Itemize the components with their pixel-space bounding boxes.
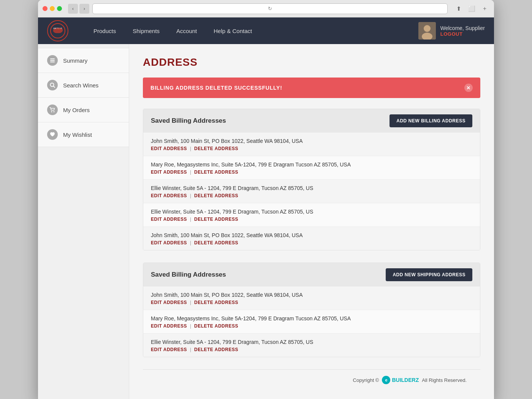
user-area: Welcome, Supplier LOGOUT <box>418 22 485 40</box>
billing-address-text-3: Ellie Winster, Suite 5A - 1204, 799 E Dr… <box>151 209 472 215</box>
edit-billing-address-1[interactable]: EDIT ADDRESS <box>151 169 187 175</box>
billing-address-text-1: Mary Roe, Megasystems Inc, Suite 5A-1204… <box>151 162 472 168</box>
navbar: VINTIBUS Products Shipments Account Help… <box>38 17 494 44</box>
browser-nav-buttons: ‹ › <box>68 4 89 14</box>
alert-banner: BILLING ADDRESS DELETED SUCCESSFULLY! ✕ <box>143 78 480 98</box>
builderz-label: BUILDERZ <box>392 377 419 383</box>
separator-s1: | <box>190 323 191 329</box>
svg-point-11 <box>54 111 55 112</box>
sidebar-item-wishlist[interactable]: My Wishlist <box>38 122 129 147</box>
builderz-brand: e BUILDERZ <box>382 376 419 384</box>
svg-rect-5 <box>50 59 55 59</box>
shipping-section-header: Saved Billing Addresses ADD NEW SHIPPING… <box>143 263 480 287</box>
billing-address-row: Ellie Winster, Suite 5A - 1204, 799 E Dr… <box>143 180 480 203</box>
sidebar: Summary Search Wines My Orders <box>38 44 129 399</box>
svg-line-9 <box>54 86 55 88</box>
site-logo: VINTIBUS <box>47 20 68 41</box>
maximize-button[interactable] <box>57 6 62 11</box>
svg-point-10 <box>51 111 52 112</box>
avatar <box>418 22 436 40</box>
back-button[interactable]: ‹ <box>68 4 78 14</box>
edit-billing-address-0[interactable]: EDIT ADDRESS <box>151 146 187 151</box>
delete-billing-address-4[interactable]: DELETE ADDRESS <box>194 240 238 245</box>
sidebar-label-search: Search Wines <box>63 82 98 89</box>
svg-rect-6 <box>50 60 55 61</box>
delete-billing-address-3[interactable]: DELETE ADDRESS <box>194 217 238 222</box>
shipping-address-row: Ellie Winster, Suite 5A - 1204, 799 E Dr… <box>143 334 480 357</box>
separator-0: | <box>190 146 191 151</box>
close-button[interactable] <box>43 6 48 11</box>
cart-icon <box>47 104 58 115</box>
heart-icon <box>47 129 58 140</box>
billing-address-row: Ellie Winster, Suite 5A - 1204, 799 E Dr… <box>143 203 480 227</box>
share-icon[interactable]: ⬆ <box>454 4 464 14</box>
sidebar-item-search[interactable]: Search Wines <box>38 73 129 98</box>
billing-address-actions-3: EDIT ADDRESS | DELETE ADDRESS <box>151 217 472 222</box>
main-layout: Summary Search Wines My Orders <box>38 44 494 399</box>
delete-shipping-address-0[interactable]: DELETE ADDRESS <box>194 300 238 305</box>
delete-shipping-address-1[interactable]: DELETE ADDRESS <box>194 323 238 329</box>
delete-billing-address-1[interactable]: DELETE ADDRESS <box>194 169 238 175</box>
shipping-address-text-2: Ellie Winster, Suite 5A - 1204, 799 E Dr… <box>151 339 472 345</box>
sidebar-label-summary: Summary <box>63 57 87 64</box>
tab-icon[interactable]: ⬜ <box>467 4 477 14</box>
forward-button[interactable]: › <box>79 4 89 14</box>
shipping-section-title: Saved Billing Addresses <box>151 271 226 279</box>
shipping-address-actions-1: EDIT ADDRESS | DELETE ADDRESS <box>151 323 472 329</box>
edit-billing-address-3[interactable]: EDIT ADDRESS <box>151 217 187 222</box>
add-tab-icon[interactable]: ＋ <box>480 4 489 14</box>
billing-section: Saved Billing Addresses ADD NEW BILLING … <box>143 109 480 250</box>
alert-message: BILLING ADDRESS DELETED SUCCESSFULLY! <box>150 85 282 91</box>
add-billing-address-button[interactable]: ADD NEW BILLING ADDRESS <box>390 114 472 127</box>
nav-account[interactable]: Account <box>168 17 205 44</box>
refresh-icon: ↻ <box>268 6 272 11</box>
page-title: ADDRESS <box>143 56 480 68</box>
shipping-address-row: Mary Roe, Megasystems Inc, Suite 5A-1204… <box>143 310 480 334</box>
svg-point-3 <box>424 25 431 32</box>
edit-billing-address-4[interactable]: EDIT ADDRESS <box>151 240 187 245</box>
sidebar-item-summary[interactable]: Summary <box>38 48 129 73</box>
nav-products[interactable]: Products <box>85 17 124 44</box>
add-shipping-address-button[interactable]: ADD NEW SHIPPING ADDRESS <box>386 268 472 281</box>
separator-1: | <box>190 169 191 175</box>
copyright-text: Copyright © <box>353 377 379 383</box>
edit-shipping-address-1[interactable]: EDIT ADDRESS <box>151 323 187 329</box>
search-icon <box>47 80 58 90</box>
edit-shipping-address-2[interactable]: EDIT ADDRESS <box>151 347 187 352</box>
edit-billing-address-2[interactable]: EDIT ADDRESS <box>151 193 187 198</box>
url-bar[interactable]: ↻ <box>92 3 448 14</box>
edit-shipping-address-0[interactable]: EDIT ADDRESS <box>151 300 187 305</box>
separator-s2: | <box>190 347 191 352</box>
alert-close-button[interactable]: ✕ <box>464 84 473 92</box>
billing-address-actions-0: EDIT ADDRESS | DELETE ADDRESS <box>151 146 472 151</box>
separator-2: | <box>190 193 191 198</box>
delete-billing-address-2[interactable]: DELETE ADDRESS <box>194 193 238 198</box>
delete-shipping-address-2[interactable]: DELETE ADDRESS <box>194 347 238 352</box>
shipping-address-actions-2: EDIT ADDRESS | DELETE ADDRESS <box>151 347 472 352</box>
billing-address-actions-2: EDIT ADDRESS | DELETE ADDRESS <box>151 193 472 198</box>
sidebar-label-wishlist: My Wishlist <box>63 131 92 138</box>
separator-4: | <box>190 240 191 245</box>
delete-billing-address-0[interactable]: DELETE ADDRESS <box>194 146 238 151</box>
nav-links: Products Shipments Account Help & Contac… <box>85 17 418 44</box>
billing-address-row: John Smith, 100 Main St, PO Box 1022, Se… <box>143 133 480 156</box>
sidebar-label-orders: My Orders <box>63 107 90 113</box>
billing-address-text-0: John Smith, 100 Main St, PO Box 1022, Se… <box>151 138 472 144</box>
logout-button[interactable]: LOGOUT <box>440 31 485 37</box>
nav-help[interactable]: Help & Contact <box>205 17 260 44</box>
welcome-text: Welcome, Supplier <box>440 25 485 31</box>
content-area: ADDRESS BILLING ADDRESS DELETED SUCCESSF… <box>129 44 494 399</box>
billing-section-title: Saved Billing Addresses <box>151 117 226 125</box>
billing-address-text-2: Ellie Winster, Suite 5A - 1204, 799 E Dr… <box>151 185 472 191</box>
shipping-section: Saved Billing Addresses ADD NEW SHIPPING… <box>143 263 480 357</box>
shipping-address-text-1: Mary Roe, Megasystems Inc, Suite 5A-1204… <box>151 315 472 321</box>
user-info: Welcome, Supplier LOGOUT <box>440 25 485 37</box>
sidebar-item-orders[interactable]: My Orders <box>38 98 129 122</box>
billing-address-actions-1: EDIT ADDRESS | DELETE ADDRESS <box>151 169 472 175</box>
logo-area[interactable]: VINTIBUS <box>47 20 78 41</box>
nav-shipments[interactable]: Shipments <box>124 17 168 44</box>
shipping-address-row: John Smith, 100 Main St, PO Box 1022, Se… <box>143 287 480 310</box>
footer: Copyright © e BUILDERZ All Rights Reserv… <box>143 369 480 390</box>
minimize-button[interactable] <box>50 6 55 11</box>
builderz-icon: e <box>382 376 390 384</box>
